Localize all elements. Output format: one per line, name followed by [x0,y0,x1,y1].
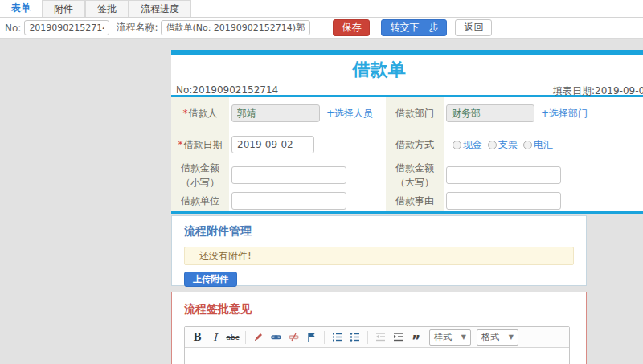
borrow-date-cell [229,129,386,160]
style-select[interactable]: 样式 ▼ [429,329,471,346]
unlink-icon[interactable] [286,329,301,345]
required-mark: * [178,139,183,150]
remove-format-icon[interactable] [251,329,266,345]
borrow-date-label: *借款日期 [171,129,229,160]
blockquote-icon[interactable]: ” [408,329,424,345]
radio-circle-icon[interactable] [523,141,532,149]
ordered-list-icon[interactable] [330,329,345,345]
save-button[interactable]: 保存 [333,19,370,36]
tab-progress[interactable]: 流程进度 [129,0,191,17]
borrow-reason-input[interactable] [446,192,561,210]
back-button[interactable]: 返回 [455,19,492,36]
bullet-list-icon[interactable] [347,329,362,345]
italic-button[interactable]: I [207,329,223,345]
rich-text-editor: B I abc [184,326,570,364]
radio-circle-icon[interactable] [488,141,497,149]
borrow-date-input[interactable] [231,136,314,153]
department-cell: +选择部门 [444,97,643,129]
strikethrough-button[interactable]: abc [225,329,240,345]
no-input[interactable] [24,20,109,35]
department-input[interactable] [446,104,534,122]
link-icon[interactable] [268,329,284,345]
borrow-reason-cell [444,190,643,211]
form-title: 借款单 [171,55,587,84]
tab-attachments[interactable]: 附件 [42,0,85,17]
no-label: No: [5,22,21,34]
department-label: 借款部门 [386,97,444,129]
borrower-input[interactable] [231,104,320,122]
amount-lower-label: 借款金额（小写） [171,160,229,190]
borrow-method-label: 借款方式 [386,129,444,160]
select-person-link[interactable]: +选择人员 [326,107,373,121]
editor-content-area[interactable] [185,348,569,364]
approval-heading: 流程签批意见 [184,302,574,317]
tab-approval[interactable]: 签批 [85,0,129,17]
toolbar-separator [367,331,368,344]
radio-wire[interactable]: 电汇 [523,138,553,152]
form-date: 填表日期:2019-09-02 15:27:1 [553,84,643,98]
anchor-flag-icon[interactable] [304,329,319,345]
no-attachment-alert: 还没有附件! [184,247,574,265]
amount-upper-label: 借款金额（大写） [386,160,444,190]
workspace: 借款单 No:20190902152714 填表日期:2019-09-02 15… [0,39,643,364]
next-step-button[interactable]: 转交下一步 [381,19,447,36]
format-select[interactable]: 格式 ▼ [477,329,518,346]
select-department-link[interactable]: +选择部门 [541,107,588,121]
chevron-down-icon: ▼ [461,333,466,341]
editor-toolbar: B I abc [185,327,569,348]
amount-lower-input[interactable] [231,166,346,184]
borrow-unit-input[interactable] [231,192,346,210]
radio-cash[interactable]: 现金 [453,138,482,152]
outdent-icon[interactable] [373,329,388,345]
attachments-heading: 流程附件管理 [184,224,574,239]
amount-upper-cell [444,160,643,190]
flow-name-input[interactable] [161,20,310,35]
flow-name-label: 流程名称: [116,21,158,35]
toolbar-separator [245,331,246,344]
upload-attachment-button[interactable]: 上传附件 [184,272,237,287]
indent-icon[interactable] [391,329,406,345]
attachments-section: 流程附件管理 还没有附件! 上传附件 [171,215,587,286]
form-no: No:20190902152714 [176,84,278,96]
amount-lower-cell [229,160,386,190]
tab-form[interactable]: 表单 [0,0,42,17]
panel-bottom-bar [171,211,643,214]
required-mark: * [183,108,188,119]
tab-bar: 表单 附件 签批 流程进度 [0,0,643,18]
radio-circle-icon[interactable] [453,141,461,149]
borrow-unit-cell [229,190,386,211]
borrower-label: *借款人 [171,97,229,129]
borrow-method-radios: 现金 支票 电汇 [453,138,553,152]
form-meta-row: No:20190902152714 填表日期:2019-09-02 15:27:… [171,84,643,97]
borrow-method-cell: 现金 支票 电汇 [444,129,643,160]
form-grid: *借款人 +选择人员 借款部门 +选择部门 *借款日期 借款方式 [171,97,643,211]
borrow-reason-label: 借款事由 [386,190,444,211]
bold-button[interactable]: B [190,329,205,345]
approval-section: 流程签批意见 B I abc [171,292,587,364]
radio-check[interactable]: 支票 [488,138,518,152]
borrow-unit-label: 借款单位 [171,190,229,211]
action-bar: No: 流程名称: 保存 转交下一步 返回 [0,18,643,39]
borrower-cell: +选择人员 [229,97,386,129]
amount-upper-input[interactable] [446,166,561,184]
loan-form-panel: 借款单 No:20190902152714 填表日期:2019-09-02 15… [171,50,643,214]
toolbar-separator [324,331,325,344]
chevron-down-icon: ▼ [509,333,514,341]
